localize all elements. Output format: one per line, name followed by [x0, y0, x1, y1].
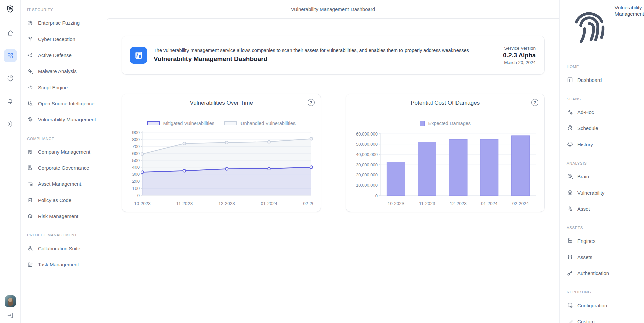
chart-title: Vulnerabilities Over Time — [190, 100, 253, 106]
target-icon — [27, 20, 33, 26]
layers-icon — [567, 254, 573, 260]
legend-label: Mitigated Vulnerabilities — [163, 121, 214, 126]
app-root: IT SECURITYEnterprise FuzzingCyber Decep… — [0, 0, 644, 323]
sidebar-item-asset-management[interactable]: Asset Management — [21, 176, 107, 192]
logout-icon[interactable] — [7, 312, 14, 319]
map-scope-icon — [567, 205, 573, 212]
svg-text:12-2023: 12-2023 — [218, 201, 235, 206]
sidebar-item-active-defense[interactable]: Active Defense — [21, 47, 107, 63]
help-icon[interactable]: ? — [308, 99, 315, 106]
sidebar-item-company-management[interactable]: Company Management — [21, 144, 107, 160]
branch-icon — [27, 36, 33, 42]
sidebar-item-corporate-governance[interactable]: Corporate Governance — [21, 160, 107, 176]
bell-icon — [7, 98, 14, 105]
rail-notifications-button[interactable] — [4, 95, 17, 108]
shield-logo-icon — [6, 5, 15, 14]
sidebar-section-compliance: COMPLIANCE — [27, 136, 107, 142]
help-icon[interactable]: ? — [531, 99, 538, 106]
nav-item-history[interactable]: History — [560, 136, 644, 152]
svg-text:10-2023: 10-2023 — [388, 201, 405, 206]
nav-item-label: Engines — [577, 238, 595, 244]
sidebar-item-label: Vulnerability Management — [38, 117, 96, 122]
nav-item-label: Brain — [577, 174, 589, 179]
sidebar-item-label: Script Engine — [38, 85, 68, 90]
sidebar-item-task-management[interactable]: Task Management — [21, 256, 107, 272]
charts-row: Vulnerabilities Over Time?Mitigated Vuln… — [122, 94, 545, 212]
svg-text:200: 200 — [132, 179, 140, 184]
nav-section-scans: SCANS — [567, 96, 644, 102]
svg-text:01-2024: 01-2024 — [261, 201, 277, 206]
nav-section-analysis: ANALYSIS — [567, 160, 644, 166]
rail-settings-button[interactable] — [4, 117, 17, 131]
nav-item-label: History — [577, 142, 593, 147]
nav-item-label: Authentication — [577, 270, 609, 276]
nav-section-home: HOME — [567, 64, 644, 70]
sidebar-item-label: Collaboration Suite — [38, 246, 80, 251]
svg-text:60,000,000: 60,000,000 — [356, 131, 378, 137]
sidebar-item-label: Task Management — [38, 262, 79, 267]
svg-text:11-2023: 11-2023 — [419, 201, 435, 206]
sidebar-item-script-engine[interactable]: Script Engine — [21, 79, 107, 95]
sidebar-item-cyber-deception[interactable]: Cyber Deception — [21, 31, 107, 47]
sidebar-item-label: Malware Analysis — [38, 68, 77, 74]
sidebar-item-label: Cyber Deception — [38, 36, 75, 42]
main-area: Vulnerability Management Dashboard The v… — [107, 0, 559, 323]
legend-item-mitigated-vulnerabilities[interactable]: Mitigated Vulnerabilities — [147, 121, 214, 126]
sidebar-item-vulnerability-management[interactable]: Vulnerability Management — [21, 111, 107, 127]
svg-text:30,000,000: 30,000,000 — [356, 162, 378, 167]
sidebar-item-enterprise-fuzzing[interactable]: Enterprise Fuzzing — [21, 15, 107, 31]
chart-card-header: Potential Cost Of Damages? — [346, 94, 545, 112]
service-version-date: March 20, 2024 — [503, 60, 536, 65]
nav-item-brain[interactable]: Brain — [560, 168, 644, 184]
content-panel: The vulnerability management service all… — [107, 18, 559, 323]
svg-text:02-2024: 02-2024 — [303, 201, 313, 206]
nav-item-authentication[interactable]: Authentication — [560, 265, 644, 281]
rail-analytics-button[interactable] — [4, 72, 17, 85]
nav-item-ad-hoc[interactable]: Ad-Hoc — [560, 104, 644, 120]
svg-text:02-2024: 02-2024 — [512, 201, 529, 206]
nav-item-dashboard[interactable]: Dashboard — [560, 72, 644, 88]
svg-text:40,000,000: 40,000,000 — [356, 152, 378, 157]
svg-text:700: 700 — [132, 144, 140, 149]
nav-item-custom[interactable]: Custom — [560, 313, 644, 323]
nav-item-assets[interactable]: Assets — [560, 249, 644, 265]
svg-text:800: 800 — [132, 137, 140, 142]
sidebar-item-risk-management[interactable]: Risk Management — [21, 208, 107, 224]
right-sidebar-header: Vulnerability Management — [567, 5, 644, 50]
right-sidebar-title: Vulnerability Management — [614, 5, 644, 17]
nav-item-label: Custom — [577, 319, 595, 323]
net-scope-icon — [27, 100, 33, 107]
svg-text:900: 900 — [132, 130, 140, 135]
code-icon — [27, 84, 33, 91]
nav-item-vulnerability[interactable]: Vulnerability — [560, 184, 644, 201]
user-avatar[interactable] — [5, 295, 16, 307]
stopwatch-icon — [567, 125, 573, 131]
top-bar: Vulnerability Management Dashboard — [107, 0, 559, 18]
app-logo — [6, 4, 15, 14]
nav-item-configuration[interactable]: Configuration — [560, 297, 644, 313]
rail-dashboard-button[interactable] — [4, 49, 17, 62]
nav-item-schedule[interactable]: Schedule — [560, 120, 644, 136]
svg-text:20,000,000: 20,000,000 — [356, 172, 378, 177]
gear-icon — [7, 120, 14, 128]
sidebar-item-collaboration-suite[interactable]: Collaboration Suite — [21, 240, 107, 256]
service-version-label: Service Version — [503, 46, 536, 51]
legend-item-expected-damages[interactable]: Expected Damages — [420, 121, 471, 126]
page-title: Vulnerability Management Dashboard — [291, 6, 375, 12]
legend-item-unhandled-vulnerabilities[interactable]: Unhandled Vulnerabilities — [224, 121, 296, 126]
key-icon — [567, 270, 573, 276]
nav-item-asset[interactable]: Asset — [560, 201, 644, 217]
potential-cost-of-damages-card: Potential Cost Of Damages?Expected Damag… — [346, 94, 545, 212]
service-description: The vulnerability management service all… — [154, 48, 469, 53]
nav-item-label: Asset — [577, 206, 590, 212]
svg-text:12-2023: 12-2023 — [450, 201, 467, 206]
dashboard-title: Vulnerability Management Dashboard — [154, 55, 469, 63]
sidebar-item-label: Open Source Intelligence — [38, 101, 94, 106]
sidebar-item-malware-analysis[interactable]: Malware Analysis — [21, 63, 107, 79]
fingerprint-icon — [567, 5, 611, 50]
sidebar-item-open-source-intelligence[interactable]: Open Source Intelligence — [21, 95, 107, 111]
sidebar-item-policy-as-code[interactable]: Policy as Code — [21, 192, 107, 208]
left-icon-rail — [0, 0, 21, 323]
rail-home-button[interactable] — [4, 26, 17, 40]
nav-item-engines[interactable]: Engines — [560, 233, 644, 249]
